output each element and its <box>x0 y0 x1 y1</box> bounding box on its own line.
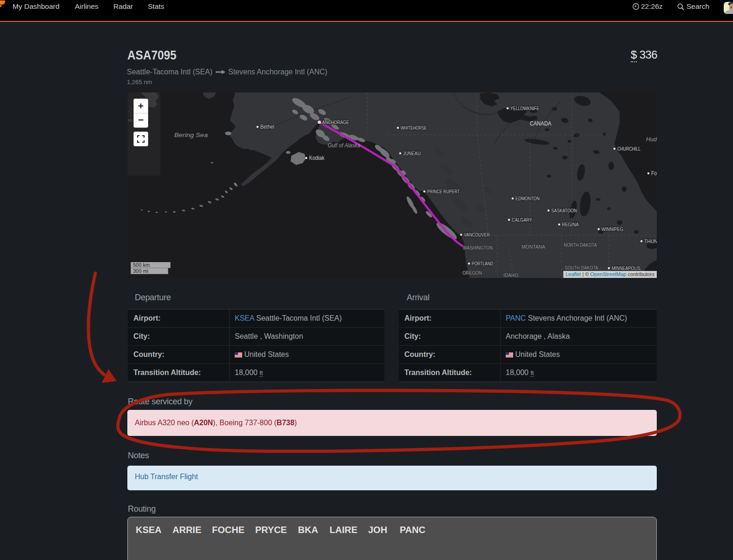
svg-text:REGINA: REGINA <box>562 222 579 227</box>
svg-text:IDAHO: IDAHO <box>503 272 518 278</box>
svg-text:THUND: THUND <box>644 238 657 244</box>
svg-text:MONTANA: MONTANA <box>522 244 545 250</box>
svg-text:ANCHORAGE: ANCHORAGE <box>322 119 349 125</box>
svg-text:WHITEHORSE: WHITEHORSE <box>401 125 427 131</box>
svg-text:Bethel: Bethel <box>260 124 274 130</box>
svg-text:CALGARY: CALGARY <box>512 217 532 223</box>
svg-text:NORTH DAKOTA: NORTH DAKOTA <box>564 242 597 248</box>
svg-text:WINNIPEG: WINNIPEG <box>601 226 623 232</box>
svg-text:CANADA: CANADA <box>530 120 551 127</box>
svg-text:MINNEAPOLIS: MINNEAPOLIS <box>612 265 641 271</box>
svg-text:Kodiak: Kodiak <box>309 155 325 161</box>
svg-text:EDMONTON: EDMONTON <box>515 196 540 201</box>
svg-text:SOUTH DAKOTA: SOUTH DAKOTA <box>565 265 598 270</box>
svg-text:PORTLAND: PORTLAND <box>472 261 493 266</box>
svg-text:SASKATOON: SASKATOON <box>551 208 577 213</box>
svg-text:YELLOWKNIFE: YELLOWKNIFE <box>510 105 539 111</box>
svg-text:WASHINGTON: WASHINGTON <box>463 245 493 250</box>
svg-text:PRINCE RUPERT: PRINCE RUPERT <box>427 189 460 194</box>
svg-text:VANCOUVER: VANCOUVER <box>464 232 490 237</box>
svg-text:Hud: Hud <box>646 136 657 143</box>
svg-text:CHURCHILL: CHURCHILL <box>617 146 641 152</box>
svg-text:JUNEAU: JUNEAU <box>403 151 421 156</box>
svg-text:Bering Sea: Bering Sea <box>174 132 208 138</box>
svg-text:OREGON: OREGON <box>462 270 482 276</box>
svg-text:Gulf of Alaska: Gulf of Alaska <box>328 142 360 149</box>
svg-text:Fo: Fo <box>651 170 657 177</box>
